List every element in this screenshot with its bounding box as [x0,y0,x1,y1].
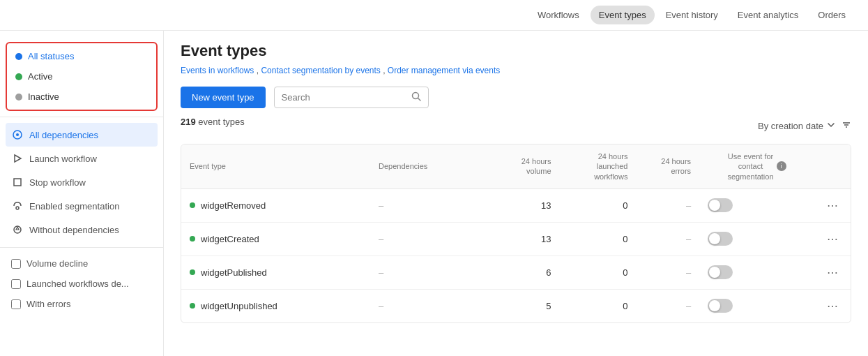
dep-all-icon [11,128,24,141]
launched-cell: 0 [560,289,637,322]
more-cell: ⋯ [814,255,851,289]
volume-cell: 6 [496,255,560,289]
nav-item-event-history[interactable]: Event history [657,6,726,24]
segmentation-toggle[interactable] [708,265,733,279]
volume-cell: 5 [496,289,560,322]
dot-blue [15,53,22,60]
stop-icon [11,176,24,188]
dep-without[interactable]: Without dependencies [0,218,163,242]
dep-all[interactable]: All dependencies [6,123,158,147]
breadcrumbs: Events in workflows , Contact segmentati… [181,66,851,75]
th-event-type: Event type [181,144,370,188]
th-errors: 24 hourserrors [636,144,699,188]
nav-item-event-analytics[interactable]: Event analytics [729,6,807,24]
check-volume-input[interactable] [11,259,21,269]
status-filter-group: All statuses Active Inactive [6,42,158,111]
sort-controls: By creation date [758,120,851,132]
status-active-label: Active [28,71,52,82]
chevron-down-icon[interactable] [826,120,836,132]
active-dot [190,236,195,242]
status-all[interactable]: All statuses [7,46,156,66]
errors-cell: – [636,222,699,255]
dep-segmentation[interactable]: Enabled segmentation [0,194,163,218]
toggle-knob [709,267,720,278]
active-dot [190,269,195,275]
sidebar: All statuses Active Inactive All depende… [0,31,164,356]
breadcrumb-link-3[interactable]: Order management via events [388,66,500,75]
launch-icon [11,152,24,165]
th-launched: 24 hourslaunchedworkflows [560,144,637,188]
app-container: WorkflowsEvent typesEvent historyEvent a… [0,0,868,356]
check-launched[interactable]: Launched workflows de... [0,274,163,294]
more-cell: ⋯ [814,289,851,322]
volume-cell: 13 [496,222,560,255]
breadcrumb-link-2[interactable]: Contact segmentation by events [261,66,380,75]
more-button[interactable]: ⋯ [823,298,842,314]
nav-item-workflows[interactable]: Workflows [529,6,588,24]
errors-cell: – [636,188,699,222]
search-icon [411,91,421,103]
more-cell: ⋯ [814,222,851,255]
result-label: event types [198,117,245,127]
main-content: Event types Events in workflows , Contac… [164,31,868,356]
svg-marker-2 [15,155,21,162]
dot-gray [15,94,22,101]
toggle-cell [699,222,814,255]
status-all-label: All statuses [28,51,74,61]
table-row: widgetPublished – 6 0 – ⋯ [181,255,851,289]
breadcrumb-link-1[interactable]: Events in workflows [181,66,254,75]
event-name-text: widgetUnpublished [201,301,277,311]
nav-item-event-types[interactable]: Event types [591,6,655,24]
check-errors[interactable]: With errors [0,294,163,314]
dep-stop[interactable]: Stop workflow [0,170,163,194]
segmentation-icon [11,200,24,212]
check-launched-input[interactable] [11,279,21,289]
event-name-cell: widgetRemoved [181,188,370,222]
dependencies-cell: – [370,188,496,222]
main-layout: All statuses Active Inactive All depende… [0,31,868,356]
nav-item-orders[interactable]: Orders [809,6,854,24]
svg-point-4 [16,207,19,209]
without-deps-icon [11,223,24,236]
more-button[interactable]: ⋯ [823,198,842,214]
new-event-type-button[interactable]: New event type [181,87,266,108]
svg-rect-3 [14,179,21,186]
filter-icon[interactable] [842,120,851,132]
search-input[interactable] [282,92,407,103]
more-cell: ⋯ [814,188,851,222]
more-button[interactable]: ⋯ [823,231,842,247]
errors-cell: – [636,289,699,322]
result-number: 219 [181,117,196,127]
launched-cell: 0 [560,255,637,289]
event-name-cell: widgetCreated [181,222,370,255]
segmentation-toggle[interactable] [708,198,733,212]
status-inactive[interactable]: Inactive [7,87,156,107]
segmentation-toggle[interactable] [708,299,733,313]
segmentation-toggle[interactable] [708,232,733,246]
active-dot [190,303,195,309]
status-active[interactable]: Active [7,66,156,87]
event-name-text: widgetRemoved [201,200,266,211]
th-dependencies: Dependencies [370,144,496,188]
dot-green [15,73,22,80]
launched-cell: 0 [560,188,637,222]
dep-launch[interactable]: Launch workflow [0,147,163,170]
check-errors-input[interactable] [11,299,21,309]
check-volume[interactable]: Volume decline [0,253,163,274]
volume-cell: 13 [496,188,560,222]
info-icon[interactable]: i [777,161,786,171]
check-volume-label: Volume decline [26,258,88,269]
dependencies-cell: – [370,289,496,322]
active-dot [190,202,195,208]
launched-cell: 0 [560,222,637,255]
table-row: widgetRemoved – 13 0 – ⋯ [181,188,851,222]
dep-all-label: All dependencies [29,130,98,140]
page-title: Event types [181,42,851,60]
more-button[interactable]: ⋯ [823,265,842,281]
toolbar: New event type [181,87,851,108]
th-actions [814,144,851,188]
divider-1 [0,117,163,117]
table-row: widgetCreated – 13 0 – ⋯ [181,222,851,255]
toggle-cell [699,255,814,289]
check-errors-label: With errors [26,299,71,309]
